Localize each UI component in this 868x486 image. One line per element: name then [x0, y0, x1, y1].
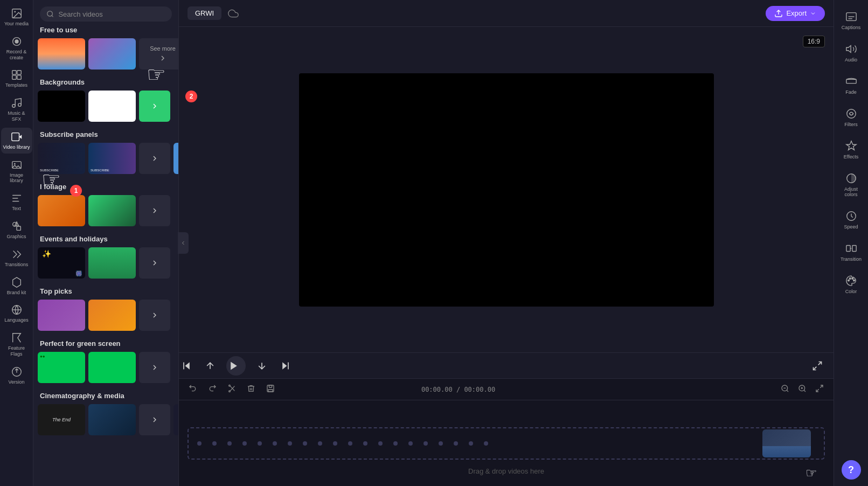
- skip-back-button[interactable]: [179, 358, 194, 373]
- search-input[interactable]: [58, 10, 165, 18]
- template-icon: [11, 69, 23, 81]
- sidebar-item-image-library[interactable]: Image library: [1, 156, 32, 188]
- cut-button[interactable]: [224, 382, 239, 397]
- zoom-out-button[interactable]: [777, 382, 793, 397]
- thumb-free-2[interactable]: [88, 38, 136, 70]
- fit-button[interactable]: [812, 382, 827, 397]
- sidebar-label-text: Text: [12, 206, 21, 212]
- filters-icon: [845, 108, 857, 120]
- zoom-in-button[interactable]: [795, 382, 810, 397]
- right-tool-captions[interactable]: Captions: [836, 6, 867, 34]
- cut-icon: [227, 384, 236, 393]
- sidebar-item-transitions[interactable]: Transitions: [1, 245, 32, 271]
- undo-button[interactable]: [185, 382, 200, 397]
- track-dot: [439, 441, 443, 446]
- thumb-free-1[interactable]: [38, 38, 85, 70]
- sidebar-item-video-library[interactable]: Video library: [1, 128, 32, 154]
- panel-collapse-arrow[interactable]: [178, 232, 189, 254]
- help-button[interactable]: ?: [842, 460, 861, 480]
- svg-point-47: [846, 109, 856, 119]
- thumb-see-more[interactable]: See more: [139, 38, 178, 70]
- sidebar-label-video-library: Video library: [3, 144, 30, 150]
- brand-icon: [11, 276, 23, 288]
- right-tool-speed[interactable]: Speed: [836, 206, 867, 234]
- thumb-cinema-4[interactable]: HERE: [173, 404, 178, 435]
- sidebar-item-feature-flags[interactable]: Feature Flags: [1, 329, 32, 360]
- frame-forward-button[interactable]: [254, 358, 269, 373]
- zoom-out-icon: [781, 384, 789, 393]
- search-bar[interactable]: [40, 6, 172, 22]
- svg-rect-5: [17, 71, 20, 74]
- left-panel: Free to use See more Backgrounds: [33, 0, 179, 486]
- save-button[interactable]: [263, 382, 278, 397]
- thumb-gs-1[interactable]: ●●: [38, 352, 85, 383]
- video-icon: [11, 131, 23, 143]
- captions-label: Captions: [842, 25, 861, 30]
- right-tool-color[interactable]: Color: [836, 270, 867, 298]
- undo-icon: [189, 384, 197, 393]
- thumb-sub-2[interactable]: SUBSCRIBE: [88, 143, 136, 174]
- category-items-free-to-use: See more: [38, 38, 174, 70]
- track-clip-inner: [762, 429, 811, 457]
- thumb-gs-more[interactable]: [139, 352, 170, 383]
- svg-point-9: [18, 103, 21, 107]
- thumb-cinema-more[interactable]: [139, 404, 170, 435]
- sidebar-item-languages[interactable]: Languages: [1, 301, 32, 327]
- thumb-bg-black[interactable]: [38, 91, 85, 122]
- sidebar-item-your-media[interactable]: Your media: [1, 4, 32, 30]
- preview-area: 16:9: [179, 27, 834, 352]
- play-button[interactable]: [226, 356, 246, 376]
- right-tool-effects[interactable]: Effects: [836, 136, 867, 164]
- thumb-events-more[interactable]: [139, 247, 170, 279]
- project-name-button[interactable]: GRWI: [188, 6, 221, 20]
- thumb-cinema-2[interactable]: [88, 404, 136, 435]
- right-tool-audio[interactable]: Audio: [836, 39, 867, 67]
- fade-icon: [845, 75, 857, 87]
- track-clip[interactable]: [762, 429, 811, 457]
- arrow-right-icon-foliage: [150, 206, 159, 215]
- svg-rect-10: [11, 133, 19, 141]
- delete-button[interactable]: [244, 382, 259, 397]
- track-empty: [188, 427, 825, 460]
- thumb-top-1[interactable]: [38, 300, 85, 331]
- right-tool-adjust-colors[interactable]: Adjust colors: [836, 168, 867, 202]
- sidebar-item-version[interactable]: Version: [1, 363, 32, 388]
- skip-forward-button[interactable]: [278, 358, 293, 373]
- right-tool-transition[interactable]: Transition: [836, 238, 867, 266]
- thumb-cinema-1[interactable]: The End: [38, 404, 85, 435]
- right-tool-fade[interactable]: Fade: [836, 71, 867, 99]
- thumb-sub-1[interactable]: SUBSCRIBE: [38, 143, 85, 174]
- sidebar-item-text[interactable]: Text: [1, 189, 32, 215]
- sidebar-item-templates[interactable]: Templates: [1, 66, 32, 92]
- redo-button[interactable]: [205, 382, 220, 397]
- thumb-top-2[interactable]: [88, 300, 136, 331]
- thumb-events-2[interactable]: [88, 247, 136, 279]
- thumb-foliage-more[interactable]: [139, 195, 170, 226]
- sidebar-item-brand-kit[interactable]: Brand kit: [1, 273, 32, 299]
- thumb-top-more[interactable]: [139, 300, 170, 331]
- thumb-events-1[interactable]: ✨ 🎆: [38, 247, 85, 279]
- thumb-gs-2[interactable]: [88, 352, 136, 383]
- transition-label: Transition: [841, 256, 862, 262]
- thumb-bg-more[interactable]: [139, 91, 170, 122]
- category-subscribe-panels: Subscribe panels SUBSCRIBE SUBSCRIBE: [33, 130, 178, 174]
- timeline-track[interactable]: Drag & drop videos here ☞: [179, 400, 834, 486]
- thumb-foliage-2[interactable]: [88, 195, 136, 226]
- frame-back-button[interactable]: [203, 358, 218, 373]
- fullscreen-button[interactable]: [810, 358, 825, 373]
- thumb-bg-white[interactable]: [88, 91, 136, 122]
- export-button[interactable]: Export: [766, 6, 825, 21]
- thumb-sub-3[interactable]: [173, 143, 178, 174]
- right-tool-filters[interactable]: Filters: [836, 103, 867, 131]
- sidebar-item-music-sfx[interactable]: Music & SFX: [1, 94, 32, 126]
- track-dot: [469, 441, 473, 446]
- thumb-foliage-1[interactable]: [38, 195, 85, 226]
- video-preview[interactable]: [299, 73, 714, 307]
- svg-rect-21: [183, 362, 184, 369]
- sidebar-item-record-create[interactable]: Record & create: [1, 32, 32, 64]
- search-icon: [46, 10, 54, 18]
- sidebar-item-graphics[interactable]: Graphics: [1, 217, 32, 243]
- thumb-sub-more[interactable]: [139, 143, 170, 174]
- cloud-sync-button[interactable]: [228, 8, 239, 19]
- time-current: 00:00.00: [421, 386, 453, 393]
